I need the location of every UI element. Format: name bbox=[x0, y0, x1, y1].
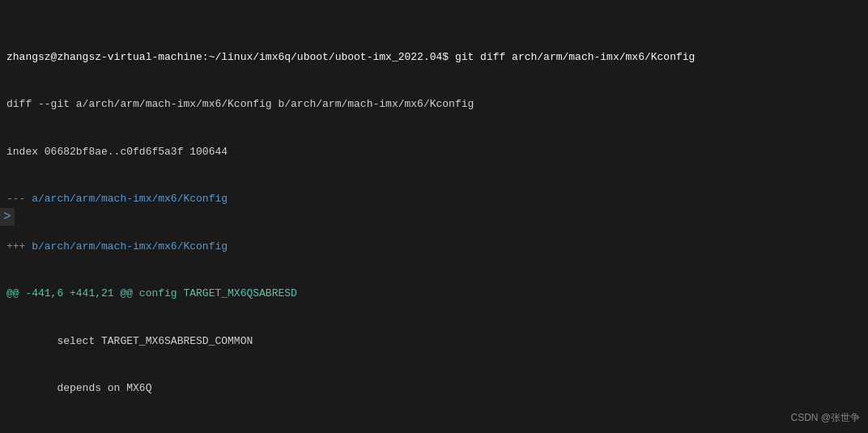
line-diff-meta-1: --- a/arch/arm/mach-imx/mx6/Kconfig bbox=[0, 191, 868, 207]
code-area: zhangsz@zhangsz-virtual-machine:~/linux/… bbox=[0, 0, 868, 433]
line-ctx-1: select TARGET_MX6SABRESD_COMMON bbox=[0, 333, 868, 350]
line-empty-1 bbox=[0, 428, 868, 434]
line-diff-header-1: diff --git a/arch/arm/mach-imx/mx6/Kconf… bbox=[0, 96, 868, 112]
scroll-indicator[interactable]: > bbox=[0, 208, 15, 226]
watermark: CSDN @张世争 bbox=[790, 411, 860, 425]
line-prompt: zhangsz@zhangsz-virtual-machine:~/linux/… bbox=[0, 49, 868, 66]
line-diff-meta-2: +++ b/arch/arm/mach-imx/mx6/Kconfig bbox=[0, 239, 868, 255]
line-chunk-1: @@ -441,6 +441,21 @@ config TARGET_MX6QS… bbox=[0, 286, 868, 302]
terminal-window: zhangsz@zhangsz-virtual-machine:~/linux/… bbox=[0, 0, 868, 433]
line-diff-header-2: index 06682bf8ae..c0fd6f5a3f 100644 bbox=[0, 144, 868, 160]
line-ctx-2: depends on MX6Q bbox=[0, 380, 868, 397]
